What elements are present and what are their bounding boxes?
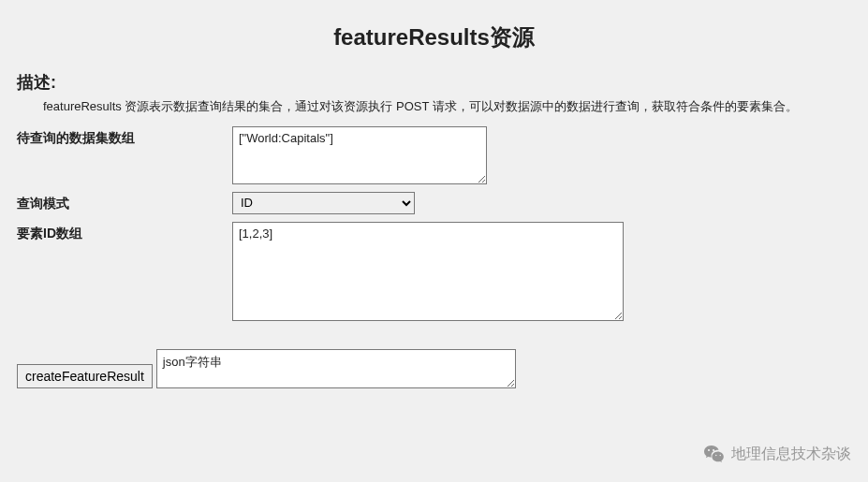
row-ids: 要素ID数组 xyxy=(17,222,851,321)
select-query-mode[interactable]: ID xyxy=(232,192,415,214)
row-submit: createFeatureResult xyxy=(17,349,851,388)
watermark-text: 地理信息技术杂谈 xyxy=(731,445,851,464)
description-label: 描述: xyxy=(17,71,851,94)
wechat-icon xyxy=(703,443,726,465)
label-datasets: 待查询的数据集数组 xyxy=(17,126,232,147)
label-query-mode: 查询模式 xyxy=(17,192,232,212)
page-title: featureResults资源 xyxy=(0,0,868,71)
create-feature-result-button[interactable]: createFeatureResult xyxy=(17,364,153,388)
watermark: 地理信息技术杂谈 xyxy=(703,443,851,465)
label-ids: 要素ID数组 xyxy=(17,222,232,242)
input-json[interactable] xyxy=(156,349,516,388)
content-area: 描述: featureResults 资源表示数据查询结果的集合，通过对该资源执… xyxy=(0,71,868,388)
description-text: featureResults 资源表示数据查询结果的集合，通过对该资源执行 PO… xyxy=(43,97,851,117)
row-datasets: 待查询的数据集数组 xyxy=(17,126,851,184)
input-ids[interactable] xyxy=(232,222,624,321)
row-query-mode: 查询模式 ID xyxy=(17,192,851,214)
input-datasets[interactable] xyxy=(232,126,487,184)
